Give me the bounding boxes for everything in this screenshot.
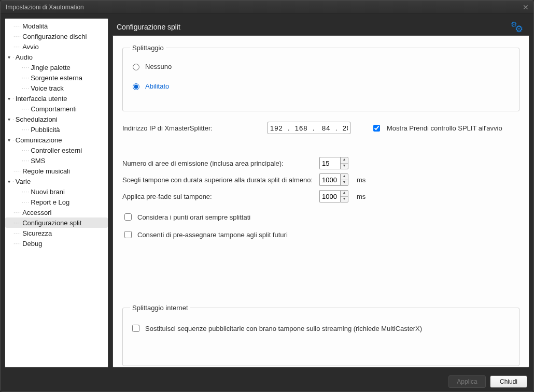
tree-item-accessori[interactable]: ····Accessori (5, 207, 108, 217)
spinner-down-icon[interactable]: ▼ (341, 164, 348, 169)
spinner-down-icon[interactable]: ▼ (341, 197, 348, 202)
radio-abilitato-label: Abilitato (145, 82, 169, 90)
radio-abilitato[interactable] (133, 83, 139, 90)
checkbox-streaming[interactable] (132, 325, 139, 332)
tree-item-nuovi-brani[interactable]: ····Nuovi brani (5, 186, 108, 197)
close-icon[interactable]: ✕ (521, 3, 530, 12)
input-areas[interactable] (319, 157, 340, 169)
spinner-buffer[interactable]: ▲▼ (340, 173, 348, 186)
tree-item-config-split[interactable]: ····Configurazione split (5, 217, 108, 228)
tree-item-report-log[interactable]: ····Report e Log (5, 197, 108, 207)
settings-window: Impostazioni di Xautomation ✕ ····Modali… (0, 0, 534, 392)
tree-item-audio[interactable]: ▾·Audio (5, 52, 108, 62)
checkbox-hourly[interactable] (124, 213, 132, 221)
tree-item-jingle-palette[interactable]: ····Jingle palette (5, 62, 108, 72)
tree-item-controller-esterni[interactable]: ····Controller esterni (5, 145, 108, 155)
radio-row-nessuno: Nessuno (130, 62, 512, 70)
tree-item-sms[interactable]: ····SMS (5, 155, 108, 166)
main-area: Configurazione split ⚙⚙ Splittaggio Ness… (113, 18, 529, 368)
spinner-down-icon[interactable]: ▼ (341, 180, 348, 186)
apply-button[interactable]: Applica (448, 375, 486, 388)
titlebar: Impostazioni di Xautomation ✕ (1, 1, 533, 14)
radio-nessuno-label: Nessuno (145, 63, 172, 70)
panel-body: Splittaggio Nessuno Abilitato Indirizzo … (113, 36, 529, 368)
checkbox-preassign[interactable] (124, 231, 132, 238)
tree-item-varie[interactable]: ▾·Varie (5, 176, 108, 186)
spinner-up-icon[interactable]: ▲ (341, 174, 348, 180)
radio-row-abilitato: Abilitato (130, 82, 512, 90)
label-preassign: Consenti di pre-assegnare tampone agli s… (137, 231, 288, 239)
label-buffer: Scegli tampone con durata superiore alla… (122, 176, 314, 184)
spinner-areas[interactable]: ▲▼ (340, 157, 348, 169)
chevron-down-icon[interactable]: ▾ (5, 179, 12, 184)
spinner-prefade[interactable]: ▲▼ (340, 190, 348, 202)
label-streaming: Sostituisci sequenze pubblicitarie con b… (145, 325, 422, 332)
tree-item-avvio[interactable]: ····Avvio (5, 41, 108, 52)
row-buffer: Scegli tampone con durata superiore alla… (122, 173, 519, 186)
window-body: ····Modalità ····Configurazione dischi ·… (1, 14, 533, 372)
nav-tree[interactable]: ····Modalità ····Configurazione dischi ·… (5, 18, 108, 368)
row-chk-streaming: Sostituisci sequenze pubblicitarie con b… (130, 323, 512, 333)
chevron-down-icon[interactable]: ▾ (5, 54, 12, 60)
label-hourly: Considera i punti orari sempre splittati (137, 213, 250, 221)
tree-item-voice-track[interactable]: ····Voice track (5, 83, 108, 93)
chevron-down-icon[interactable]: ▾ (5, 96, 12, 101)
panel-header: Configurazione split ⚙⚙ (113, 18, 529, 36)
window-title: Impostazioni di Xautomation (4, 4, 521, 11)
tree-item-modalita[interactable]: ····Modalità (5, 21, 108, 31)
row-areas: Numero di aree di emissione (inclusa are… (122, 157, 519, 169)
unit-ms-1: ms (357, 176, 366, 184)
label-show-take-control: Mostra Prendi controllo SPLIT all'avvio (387, 124, 502, 132)
group-splittaggio: Splittaggio Nessuno Abilitato (122, 44, 519, 111)
checkbox-show-take-control[interactable] (373, 125, 380, 132)
unit-ms-2: ms (357, 193, 366, 200)
row-ip: Indirizzo IP di XmasterSplitter: Mostra … (122, 122, 519, 134)
tree-item-sorgente-esterna[interactable]: ····Sorgente esterna (5, 72, 108, 83)
chevron-down-icon[interactable]: ▾ (5, 137, 12, 143)
tree-item-ui[interactable]: ▾·Interfaccia utente (5, 93, 108, 104)
footer: Applica Chiudi (1, 372, 533, 391)
chevron-down-icon[interactable]: ▾ (5, 117, 12, 122)
label-areas: Numero di aree di emissione (inclusa are… (122, 159, 314, 167)
label-prefade: Applica pre-fade sul tampone: (122, 193, 314, 200)
row-prefade: Applica pre-fade sul tampone: ▲▼ ms (122, 190, 519, 202)
tree-item-debug[interactable]: ····Debug (5, 238, 108, 249)
close-button[interactable]: Chiudi (490, 375, 527, 388)
spinner-up-icon[interactable]: ▲ (341, 191, 348, 197)
tree-item-sicurezza[interactable]: ····Sicurezza (5, 228, 108, 238)
input-ip[interactable] (268, 122, 350, 134)
tree-item-config-dischi[interactable]: ····Configurazione dischi (5, 31, 108, 41)
group-splittaggio-internet: Splittaggio internet Sostituisci sequenz… (122, 304, 519, 366)
tree-item-regole-musicali[interactable]: ····Regole musicali (5, 166, 108, 176)
tree-item-schedulazioni[interactable]: ▾·Schedulazioni (5, 114, 108, 124)
panel-title: Configurazione split (117, 23, 180, 31)
row-chk-preassign: Consenti di pre-assegnare tampone agli s… (122, 229, 519, 240)
gears-icon: ⚙⚙ (511, 20, 525, 34)
input-prefade[interactable] (319, 190, 340, 202)
tree-item-comportamenti[interactable]: ····Comportamenti (5, 104, 108, 114)
row-chk-hourly: Considera i punti orari sempre splittati (122, 212, 519, 222)
group-internet-legend: Splittaggio internet (130, 304, 190, 312)
input-buffer[interactable] (319, 173, 340, 186)
label-ip: Indirizzo IP di XmasterSplitter: (122, 124, 262, 132)
tree-item-pubblicita[interactable]: ····Pubblicità (5, 124, 108, 135)
spinner-up-icon[interactable]: ▲ (341, 157, 348, 164)
group-splittaggio-legend: Splittaggio (130, 44, 166, 52)
radio-nessuno[interactable] (133, 64, 139, 70)
tree-item-comunicazione[interactable]: ▾·Comunicazione (5, 135, 108, 145)
